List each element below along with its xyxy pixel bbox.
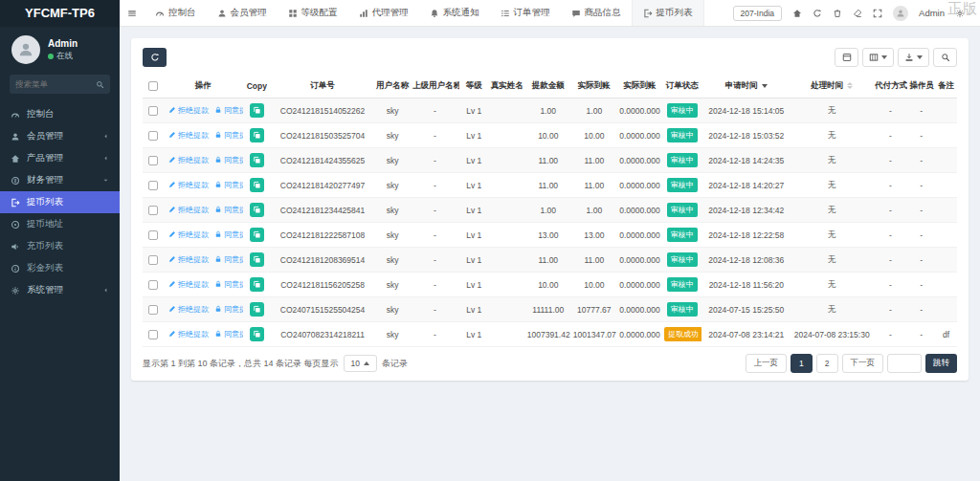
row-checkbox[interactable] xyxy=(148,255,158,265)
tab-product-info[interactable]: 商品信息 xyxy=(561,0,632,26)
approve-withdraw-link[interactable]: 同意提款 xyxy=(214,155,243,165)
refresh-button[interactable] xyxy=(813,9,822,18)
jump-button[interactable]: 跳转 xyxy=(925,354,957,373)
approve-withdraw-link[interactable]: 同意提款 xyxy=(214,230,243,240)
clear-cache-button[interactable] xyxy=(853,9,862,18)
pay_method-cell: - xyxy=(873,198,907,223)
column-header-apply_time[interactable]: 申请时间 xyxy=(702,75,791,98)
tab-dashboard[interactable]: 控制台 xyxy=(145,0,207,26)
copy-button[interactable] xyxy=(250,128,264,142)
row-checkbox-cell xyxy=(143,123,164,148)
approve-withdraw-link[interactable]: 同意提款 xyxy=(214,254,243,265)
approve-withdraw-link[interactable]: 同意提款 xyxy=(214,329,243,339)
reject-withdraw-link[interactable]: 拒绝提款 xyxy=(168,205,209,215)
sidebar-item-dashboard[interactable]: 控制台 xyxy=(0,103,120,125)
approve-withdraw-link[interactable]: 同意提款 xyxy=(214,180,243,190)
settings-button[interactable] xyxy=(955,9,965,18)
copy-button[interactable] xyxy=(250,327,264,341)
level-cell: Lv 1 xyxy=(459,173,489,198)
sidebar-item-system[interactable]: 系统管理 xyxy=(0,279,120,301)
approve-withdraw-link[interactable]: 同意提款 xyxy=(214,105,243,116)
row-checkbox[interactable] xyxy=(148,131,158,141)
fullscreen-button[interactable] xyxy=(873,9,882,18)
apply_time-cell: 2024-12-18 14:24:35 xyxy=(702,148,791,173)
home-button[interactable] xyxy=(792,9,802,18)
sidebar-toggle-button[interactable] xyxy=(120,9,145,18)
tab-orders[interactable]: 订单管理 xyxy=(490,0,561,26)
expand-icon xyxy=(873,9,882,18)
approve-withdraw-link[interactable]: 同意提款 xyxy=(214,205,243,215)
next-page-button[interactable]: 下一页 xyxy=(842,354,884,373)
hamburger-icon xyxy=(127,9,137,18)
sidebar-item-withdraw-address[interactable]: 提币地址 xyxy=(0,213,120,235)
search-toggle-button[interactable] xyxy=(933,48,957,67)
row-checkbox[interactable] xyxy=(148,156,158,165)
sidebar-item-withdraw-list[interactable]: 提币列表 xyxy=(0,191,120,213)
column-header-actions: 操作 xyxy=(164,75,243,98)
copy-button[interactable] xyxy=(250,203,264,217)
trash-button[interactable] xyxy=(833,9,842,18)
column-header-process_time[interactable]: 处理时间 xyxy=(791,75,873,98)
tab-notifications[interactable]: 系统通知 xyxy=(419,0,490,26)
row-checkbox[interactable] xyxy=(148,230,158,240)
reject-withdraw-link[interactable]: 拒绝提款 xyxy=(168,279,209,290)
row-checkbox[interactable] xyxy=(148,106,158,116)
row-checkbox[interactable] xyxy=(148,181,158,190)
sidebar-item-members[interactable]: 会员管理 xyxy=(0,125,120,147)
copy-button[interactable] xyxy=(250,178,264,192)
sidebar-item-deposit-list[interactable]: 充币列表 xyxy=(0,235,120,257)
row-checkbox[interactable] xyxy=(148,206,158,215)
copy-button[interactable] xyxy=(250,228,264,242)
column-header-checkbox[interactable] xyxy=(143,75,164,98)
search-input[interactable] xyxy=(15,79,92,89)
reject-withdraw-link[interactable]: 拒绝提款 xyxy=(168,155,209,165)
page-jump-input[interactable] xyxy=(887,354,922,373)
reject-withdraw-link[interactable]: 拒绝提款 xyxy=(168,329,209,339)
status-cell: 审核中 xyxy=(662,297,702,322)
row-checkbox[interactable] xyxy=(148,305,158,315)
page-button-2[interactable]: 2 xyxy=(816,354,838,373)
sidebar-item-bonus-list[interactable]: 彩金列表 xyxy=(0,257,120,279)
navbar-user-name[interactable]: Admin xyxy=(919,8,945,18)
tab-level-config[interactable]: 等级配置 xyxy=(278,0,348,26)
export-button[interactable] xyxy=(898,48,929,67)
approve-withdraw-link[interactable]: 同意提款 xyxy=(214,130,243,141)
row-checkbox[interactable] xyxy=(148,280,158,290)
search-icon[interactable] xyxy=(96,80,104,89)
copy-button[interactable] xyxy=(250,252,264,267)
copy-button[interactable] xyxy=(250,302,264,317)
circle-dot-icon xyxy=(11,220,20,230)
card-view-button[interactable] xyxy=(835,48,858,67)
columns-button[interactable] xyxy=(862,48,894,67)
sidebar-item-finance[interactable]: 财务管理 xyxy=(0,169,120,191)
reject-withdraw-link[interactable]: 拒绝提款 xyxy=(168,254,209,265)
table-refresh-button[interactable] xyxy=(143,48,167,67)
copy-button[interactable] xyxy=(250,153,264,167)
parent_user-cell: - xyxy=(411,173,459,198)
region-selector[interactable]: 207-India xyxy=(733,6,782,21)
reject-withdraw-link[interactable]: 拒绝提款 xyxy=(168,180,209,190)
copy-button[interactable] xyxy=(250,277,264,292)
actions-cell: 拒绝提款同意提款 xyxy=(164,148,243,173)
page-button-1[interactable]: 1 xyxy=(791,354,813,373)
row-checkbox[interactable] xyxy=(148,330,158,339)
reject-withdraw-link[interactable]: 拒绝提款 xyxy=(168,130,209,141)
username-cell: sky xyxy=(374,297,411,322)
reject-withdraw-link[interactable]: 拒绝提款 xyxy=(168,230,209,240)
reject-withdraw-link[interactable]: 拒绝提款 xyxy=(168,304,209,315)
page-size-dropdown[interactable]: 10 xyxy=(344,355,377,372)
reject-withdraw-link[interactable]: 拒绝提款 xyxy=(168,105,209,116)
sidebar-item-products[interactable]: 产品管理 xyxy=(0,147,120,169)
table-row: 拒绝提款同意提款CO2407082314218211sky-Lv 1100739… xyxy=(143,322,957,347)
navbar-avatar[interactable] xyxy=(893,6,908,21)
select-all-checkbox[interactable] xyxy=(148,81,158,91)
tab-agents[interactable]: 代理管理 xyxy=(348,0,419,26)
parent_user-cell: - xyxy=(411,322,459,347)
copy-button[interactable] xyxy=(250,103,264,118)
prev-page-button[interactable]: 上一页 xyxy=(746,354,788,373)
approve-withdraw-link[interactable]: 同意提款 xyxy=(214,279,243,290)
tab-withdraw-list[interactable]: 提币列表 xyxy=(632,0,704,26)
approve-withdraw-link[interactable]: 同意提款 xyxy=(214,304,243,315)
remark-cell xyxy=(935,248,957,273)
tab-members[interactable]: 会员管理 xyxy=(207,0,278,26)
